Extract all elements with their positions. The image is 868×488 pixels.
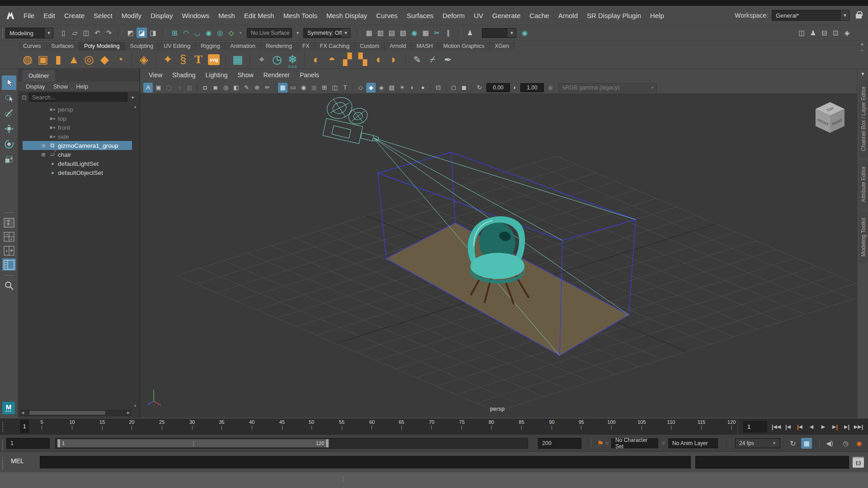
resolution-gate-icon[interactable]: ◉ — [299, 83, 308, 93]
toggle-attribute-editor-icon[interactable]: ⊟ — [819, 28, 830, 38]
playback-speed-icon[interactable]: ◷ — [840, 438, 851, 449]
save-scene-icon[interactable]: ◫ — [81, 28, 91, 38]
animation-end-field[interactable]: 200 — [538, 438, 581, 449]
xray-icon[interactable]: ◻ — [449, 83, 458, 93]
select-tool[interactable] — [2, 75, 16, 90]
outliner-search-input[interactable] — [29, 93, 127, 102]
isolate-select-icon[interactable]: ⊡ — [434, 83, 443, 93]
zoom-region-icon[interactable]: ⊕ — [252, 83, 262, 93]
character-person-icon[interactable]: ♟ — [465, 28, 475, 38]
menu-item[interactable]: Mesh Display — [322, 6, 372, 25]
menu-item[interactable]: Mesh Tools — [278, 6, 322, 25]
snap-grid-icon[interactable]: ⊞ — [170, 28, 180, 38]
snap-view-plane-icon[interactable]: ◎ — [215, 28, 225, 38]
outliner-menu-item[interactable]: Display — [22, 83, 49, 90]
time-node-icon[interactable]: ◷ — [269, 52, 285, 68]
construction-history-icon[interactable]: ◉ — [409, 28, 420, 38]
drag-grip[interactable] — [2, 457, 5, 469]
viewport-menu-item[interactable]: View — [144, 71, 167, 79]
shelf-tab[interactable]: Rendering — [261, 41, 297, 51]
shelf-tab[interactable]: Poly Modeling — [79, 41, 125, 51]
go-to-end-button[interactable]: ▶▶| — [853, 420, 864, 433]
step-forward-frame-button[interactable]: ▶| — [841, 420, 853, 433]
outliner-menu-item[interactable]: Show — [49, 83, 72, 90]
poly-cube-icon[interactable]: ▣ — [35, 52, 51, 68]
shelf-tab[interactable]: Sculpting — [125, 41, 158, 51]
outliner-menu-item[interactable]: Help — [72, 83, 92, 90]
pause-icon[interactable]: ∥ — [443, 28, 453, 38]
maya-badge[interactable]: M AYA — [2, 402, 15, 414]
history-icon[interactable]: ▤ — [387, 28, 397, 38]
gamma-field[interactable] — [520, 83, 544, 92]
shelf-tab[interactable]: Arnold — [385, 41, 411, 51]
snap-curve-icon[interactable]: ◠ — [181, 28, 191, 38]
workspace-lock-icon[interactable] — [856, 14, 862, 19]
outliner-item[interactable]: ◕ defaultLightSet — [23, 159, 132, 168]
outliner-tab[interactable]: Outliner — [23, 70, 55, 81]
grease-pencil-icon[interactable]: ▨ — [185, 83, 194, 93]
menu-item[interactable]: Help — [646, 6, 669, 25]
play-forwards-button[interactable]: ▶ — [817, 420, 829, 433]
draw-tool-icon[interactable]: ✏ — [263, 83, 272, 93]
view-bookmark-icon[interactable]: ◧ — [231, 83, 241, 93]
outliner-item[interactable]: ⊞ ⧉ gizmoCamera1_group — [23, 141, 132, 150]
viewport-scene[interactable]: TOP FRONT RIGHT persp — [140, 94, 857, 418]
menu-item[interactable]: Edit — [39, 6, 60, 25]
layout-four-pane-button[interactable]: ++ — [2, 230, 16, 243]
time-slider-track[interactable]: 1 5 10 15 20 — [18, 418, 738, 435]
menu-item[interactable]: Mesh — [214, 6, 240, 25]
menu-item[interactable]: Create — [60, 6, 89, 25]
character-set-dropdown[interactable]: ▼ — [482, 28, 516, 38]
platonic-solid-icon[interactable]: ◈ — [136, 52, 151, 68]
wireframe-on-shaded-icon[interactable]: ◈ — [377, 83, 386, 93]
animation-start-field[interactable]: 1 — [6, 438, 50, 449]
camera-gate-icon[interactable]: ◎ — [221, 83, 231, 93]
shelf-tab[interactable]: FX Caching — [315, 41, 355, 51]
poly-cone-icon[interactable]: ▲ — [66, 52, 81, 68]
connect-icon[interactable]: ✒ — [440, 52, 456, 68]
select-component-icon[interactable]: ◨ — [148, 28, 158, 38]
live-surface-field[interactable]: No Live Surface — [247, 28, 292, 38]
super-shape-icon[interactable]: ✦ — [160, 52, 175, 68]
drag-grip[interactable] — [2, 28, 5, 38]
poly-type-icon[interactable]: T — [191, 52, 206, 68]
time-slider[interactable]: 1 5 10 15 20 — [0, 418, 868, 435]
make-live-icon[interactable]: ◇ — [226, 28, 236, 38]
viewport-renderer-icon[interactable]: ▦ — [420, 28, 431, 38]
outliner-vscrollbar[interactable]: ▲▼ — [132, 105, 138, 408]
move-tool[interactable] — [2, 122, 16, 136]
image-plane-icon[interactable]: ▢ — [164, 83, 174, 93]
viewport-menu-item[interactable]: Renderer — [259, 71, 295, 79]
workspace-panels-icon[interactable]: ◈ — [842, 28, 852, 38]
exposure-icon[interactable]: ↻ — [475, 83, 484, 93]
menu-item[interactable]: Display — [146, 6, 177, 25]
smooth-shade-icon[interactable]: ◆ — [366, 83, 376, 93]
outliner-item[interactable]: ◼◄ persp — [23, 105, 132, 114]
outliner-item[interactable]: ◕ defaultObjectSet — [23, 168, 132, 177]
playback-range[interactable]: 1 120 — [57, 439, 329, 447]
pan-zoom-2d-icon[interactable]: ◑ — [175, 83, 184, 93]
go-to-start-button[interactable]: |◀◀ — [770, 420, 782, 433]
multi-cut-icon[interactable]: ⌿ — [425, 52, 440, 68]
workspace-dropdown[interactable]: General* ▼ — [772, 10, 849, 21]
chevron-down-icon[interactable]: ▽ — [660, 438, 666, 449]
viewport-menu-item[interactable]: Show — [233, 71, 259, 79]
shelf-tab[interactable]: MASH — [411, 41, 438, 51]
new-scene-icon[interactable]: ▯ — [58, 28, 69, 38]
filter-icon[interactable]: ⊡ — [22, 94, 27, 101]
redo-icon[interactable]: ↷ — [104, 28, 114, 38]
helix-icon[interactable]: § — [175, 52, 191, 68]
menu-item[interactable]: File — [19, 6, 39, 25]
chevron-down-icon[interactable]: ▼ — [508, 28, 516, 38]
snap-projected-center-icon[interactable]: ◉ — [203, 28, 214, 38]
menu-item[interactable]: UV — [469, 6, 488, 25]
menu-item[interactable]: Modify — [117, 6, 146, 25]
menu-item[interactable]: Cache — [525, 6, 553, 25]
chevron-down-icon[interactable]: ▼ — [648, 84, 656, 92]
outliner-item[interactable]: ◼◄ side — [23, 132, 132, 141]
outliner-hscrollbar[interactable]: ◀▶ — [20, 410, 131, 416]
menu-item[interactable]: Windows — [177, 6, 214, 25]
layout-single-pane-button[interactable] — [2, 216, 16, 229]
outliner-item[interactable]: ⊞ ▱↗ chair — [23, 150, 132, 159]
audio-mute-icon[interactable]: ◀) — [824, 438, 835, 449]
